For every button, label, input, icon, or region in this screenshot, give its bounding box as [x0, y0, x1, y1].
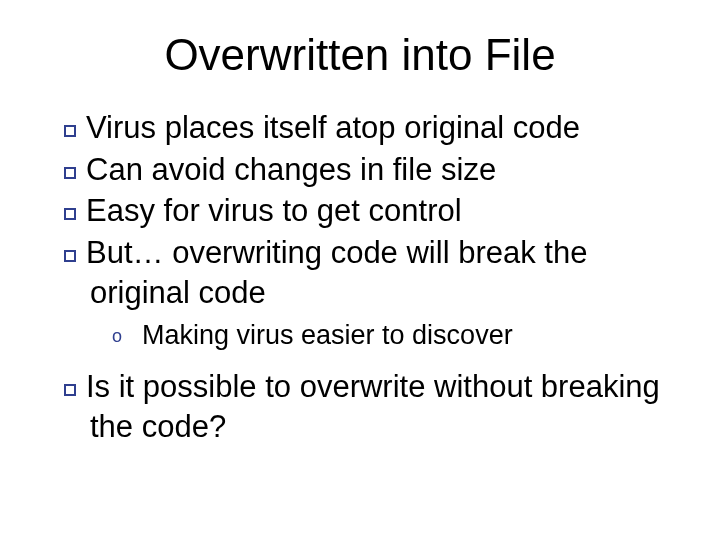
square-bullet-icon	[64, 384, 76, 396]
bullet-text: Can avoid changes in file size	[86, 152, 496, 187]
list-item: Virus places itself atop original code	[64, 108, 680, 148]
square-bullet-icon	[64, 208, 76, 220]
bullet-text: Making virus easier to discover	[142, 320, 513, 350]
slide: Overwritten into File Virus places itsel…	[0, 0, 720, 540]
bullet-text: Is it possible to overwrite without brea…	[86, 369, 660, 444]
list-item: oMaking virus easier to discover	[134, 318, 680, 353]
square-bullet-icon	[64, 125, 76, 137]
square-bullet-icon	[64, 167, 76, 179]
square-bullet-icon	[64, 250, 76, 262]
list-item: Easy for virus to get control	[64, 191, 680, 231]
list-item: But… overwriting code will break the ori…	[64, 233, 680, 353]
slide-title: Overwritten into File	[40, 30, 680, 80]
sub-bullet-list: oMaking virus easier to discover	[90, 318, 680, 353]
list-item: Is it possible to overwrite without brea…	[64, 367, 680, 446]
bullet-text: Easy for virus to get control	[86, 193, 462, 228]
bullet-text: Virus places itself atop original code	[86, 110, 580, 145]
list-item: Can avoid changes in file size	[64, 150, 680, 190]
bullet-text: But… overwriting code will break the ori…	[86, 235, 587, 310]
bullet-list: Virus places itself atop original code C…	[40, 108, 680, 447]
